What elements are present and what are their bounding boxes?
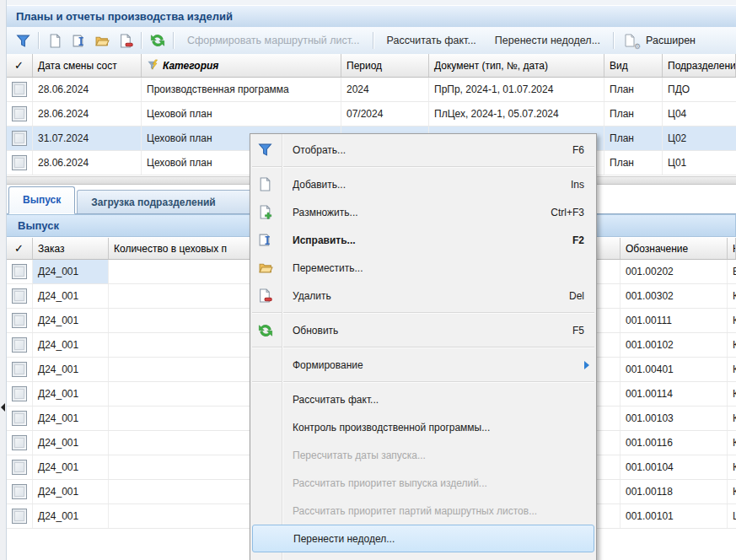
- menu-separator: [252, 312, 594, 314]
- move-backlog-button[interactable]: Перенести недодел...: [486, 35, 610, 46]
- row-checkbox[interactable]: [12, 435, 27, 450]
- cell: План: [604, 102, 663, 126]
- refresh-icon[interactable]: [149, 32, 166, 49]
- column-header-category[interactable]: Категория: [142, 54, 341, 77]
- row-checkbox[interactable]: [12, 106, 27, 121]
- open-folder-icon[interactable]: [94, 32, 110, 49]
- filter-icon[interactable]: [14, 32, 31, 49]
- cell-order: Д24_001: [33, 382, 109, 406]
- row-checkbox-cell: [6, 358, 33, 381]
- row-checkbox[interactable]: [12, 386, 27, 401]
- menu-item-label: Пересчитать даты запуска...: [293, 450, 584, 461]
- cell: 28.06.2024: [33, 78, 142, 101]
- menu-item-label: Контроль производственной программы...: [293, 422, 584, 433]
- cell-order: Д24_001: [33, 358, 109, 381]
- menu-item-duplicate[interactable]: Размножить...Ctrl+F3: [250, 198, 596, 226]
- cell-name: Колодк: [728, 284, 736, 308]
- menu-item-move[interactable]: Переместить...: [250, 254, 596, 282]
- cell-name: Крышка: [728, 431, 736, 455]
- context-menu: Отобрать...F6Добавить...InsРазмножить...…: [250, 133, 597, 560]
- cell-designation: 001.00116: [620, 431, 728, 455]
- menu-item-recalc-launch-dates: Пересчитать даты запуска...: [250, 441, 596, 469]
- cell-designation: 001.00302: [620, 284, 728, 308]
- row-checkbox[interactable]: [12, 82, 27, 97]
- cell-name: Крышка: [728, 455, 736, 479]
- column-header-departments[interactable]: Подразделения: [663, 54, 736, 77]
- menu-item-label: Рассчитать приоритет партий маршрутных л…: [293, 505, 584, 517]
- column-header-date[interactable]: Дата смены сост: [33, 54, 142, 77]
- menu-item-label: Рассчитать факт...: [293, 394, 584, 406]
- cell-order: Д24_001: [33, 480, 109, 503]
- toolbar-separator: [173, 32, 175, 49]
- table-row[interactable]: 28.06.2024Производственная программа2024…: [6, 78, 736, 102]
- cell-name: Крышка: [728, 407, 736, 430]
- cell: 31.07.2024: [33, 127, 142, 150]
- column-header-period[interactable]: Период: [341, 54, 429, 77]
- menu-item-shortcut: F6: [572, 144, 584, 156]
- column-header-name[interactable]: Наимен: [728, 238, 736, 259]
- column-header-kind[interactable]: Вид: [604, 54, 663, 77]
- collapse-left-arrow-icon[interactable]: [1, 403, 5, 412]
- tab-vypusk[interactable]: Выпуск: [8, 186, 75, 214]
- cell-order: Д24_001: [33, 284, 109, 308]
- delete-doc-icon[interactable]: [117, 32, 134, 49]
- cell-order: Д24_001: [33, 431, 109, 455]
- cell: Ц01: [663, 151, 736, 175]
- edit-doc-icon: [258, 233, 273, 248]
- row-checkbox[interactable]: [12, 131, 27, 146]
- toolbar-separator: [373, 32, 374, 49]
- row-checkbox[interactable]: [12, 509, 27, 524]
- check-column-header[interactable]: ✓: [6, 238, 33, 259]
- menu-item-formation[interactable]: Формирование: [250, 351, 596, 379]
- menu-item-calc-batch-priority: Рассчитать приоритет партий маршрутных л…: [250, 497, 596, 525]
- cell-designation: 001.00118: [620, 480, 728, 503]
- row-checkbox[interactable]: [12, 484, 27, 499]
- row-checkbox[interactable]: [12, 362, 27, 377]
- cell-designation: 001.00111: [620, 309, 728, 332]
- new-doc-icon: [258, 177, 273, 192]
- column-header-document[interactable]: Документ (тип, №, дата): [429, 54, 604, 77]
- menu-item-edit[interactable]: Исправить...F2: [250, 226, 596, 254]
- menu-item-shortcut: Ins: [571, 179, 584, 191]
- row-checkbox[interactable]: [12, 264, 27, 279]
- cell: Ц02: [663, 127, 736, 150]
- check-column-header[interactable]: ✓: [6, 54, 33, 77]
- row-checkbox[interactable]: [12, 313, 27, 328]
- menu-item-add[interactable]: Добавить...Ins: [250, 170, 596, 198]
- edit-doc-icon[interactable]: [70, 32, 87, 49]
- cell-order: Д24_001: [33, 333, 109, 357]
- cell: Производственная программа: [142, 78, 341, 101]
- menu-item-label: Исправить...: [293, 234, 562, 246]
- tab-zagruzka-podrazdelenij[interactable]: Загрузка подразделений: [77, 190, 261, 213]
- menu-item-calc-fact[interactable]: Рассчитать факт...: [250, 385, 596, 413]
- row-checkbox[interactable]: [12, 460, 27, 475]
- window-title: Планы и отчеты производства изделий: [6, 5, 736, 28]
- column-header-designation[interactable]: Обозначение: [620, 238, 728, 259]
- menu-item-calc-product-priority: Рассчитать приоритет выпуска изделий...: [250, 469, 596, 497]
- menu-item-move-backlog[interactable]: Перенести недодел...: [252, 525, 594, 552]
- cell-order: Д24_001: [33, 455, 109, 479]
- menu-item-label: Обновить: [293, 325, 562, 337]
- table-row[interactable]: 28.06.2024Цеховой план07/2024ПлЦех, 2024…: [6, 102, 736, 127]
- row-checkbox[interactable]: [12, 288, 27, 304]
- row-checkbox-cell: [6, 284, 33, 308]
- refresh-icon: [258, 323, 273, 338]
- form-route-sheet-button: Сформировать маршрутный лист...: [178, 35, 369, 46]
- new-doc-icon[interactable]: [46, 32, 63, 49]
- extended-button[interactable]: ⚙ Расширен: [618, 32, 696, 49]
- row-checkbox[interactable]: [12, 337, 27, 353]
- row-checkbox-cell: [6, 382, 33, 406]
- category-filter-lightning-icon: [147, 59, 159, 72]
- menu-item-label: Перенести недодел...: [293, 533, 582, 545]
- column-header-order[interactable]: Заказ: [33, 238, 109, 259]
- row-checkbox[interactable]: [12, 411, 27, 426]
- menu-item-delete[interactable]: УдалитьDel: [250, 282, 596, 310]
- calc-fact-button[interactable]: Рассчитать факт...: [378, 35, 486, 46]
- menu-item-refresh[interactable]: ОбновитьF5: [250, 316, 596, 344]
- row-checkbox[interactable]: [12, 155, 27, 170]
- copy-doc-icon: [258, 205, 273, 220]
- menu-item-control-program[interactable]: Контроль производственной программы...: [250, 413, 596, 441]
- row-checkbox-cell: [6, 455, 33, 479]
- cell: 2024: [341, 78, 429, 101]
- menu-item-filter[interactable]: Отобрать...F6: [250, 136, 596, 164]
